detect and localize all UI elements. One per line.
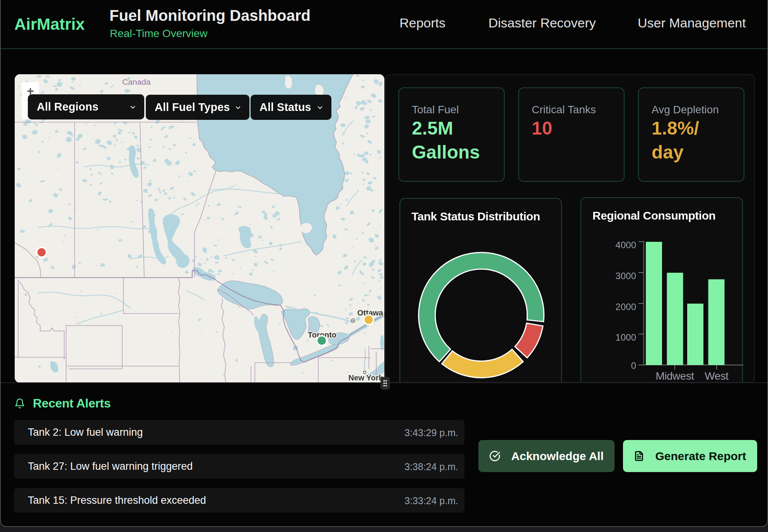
svg-text:0: 0: [631, 360, 636, 371]
svg-text:New York: New York: [348, 373, 383, 382]
svg-text:4000: 4000: [616, 240, 636, 250]
svg-text:Canada: Canada: [122, 77, 151, 86]
svg-text:Midwest: Midwest: [655, 370, 694, 382]
svg-text:1000: 1000: [616, 332, 636, 343]
svg-text:West: West: [705, 370, 729, 382]
svg-text:3000: 3000: [616, 271, 636, 281]
svg-text:2000: 2000: [616, 302, 636, 312]
